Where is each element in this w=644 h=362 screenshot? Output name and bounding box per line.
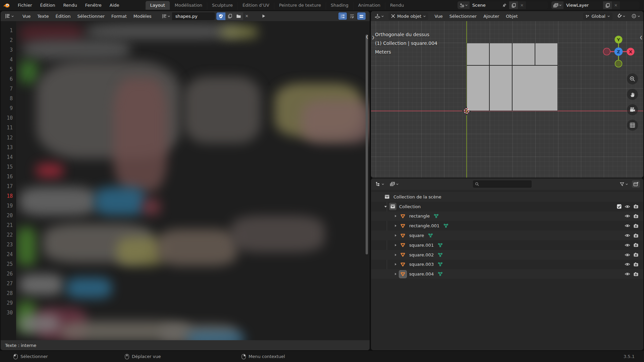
mesh-object-face[interactable] — [512, 43, 535, 65]
text-editor-content[interactable]: 1234567891011121314151617181920212223242… — [1, 21, 370, 340]
camera-view-button[interactable] — [627, 104, 638, 115]
viewport-menu-sélectionner[interactable]: Sélectionner — [446, 12, 480, 20]
pan-tool-button[interactable] — [627, 89, 638, 100]
expand-icon[interactable] — [394, 234, 397, 237]
outliner-item-label[interactable]: rectangle — [409, 214, 430, 219]
outliner-item-label[interactable]: square.004 — [409, 272, 434, 277]
axis-negy-ball[interactable] — [615, 60, 622, 67]
text-open-button[interactable] — [234, 12, 243, 20]
topbar-menu-rendu[interactable]: Rendu — [59, 1, 81, 9]
viewlayer-name-field[interactable]: ViewLayer — [564, 1, 603, 9]
scene-name-field[interactable]: Scene — [470, 1, 509, 9]
blender-logo-icon[interactable] — [3, 2, 10, 8]
zoom-tool-button[interactable] — [627, 73, 638, 84]
text-editor-menu-sélectionner[interactable]: Sélectionner — [74, 12, 108, 20]
outliner-item-label[interactable]: square.001 — [409, 243, 434, 248]
text-editor-menu-format[interactable]: Format — [108, 12, 130, 20]
navigation-gizmo[interactable]: Y X Z — [601, 35, 636, 69]
outliner-row-collection-de-la-sc-ne[interactable]: Collection de la scène — [371, 192, 643, 202]
expand-icon[interactable] — [394, 243, 397, 247]
outliner-row-square.002[interactable]: square.002 — [371, 250, 643, 260]
exclude-checkbox[interactable] — [617, 204, 622, 209]
hide-eye-icon[interactable] — [625, 252, 630, 258]
scene-browse-button[interactable] — [458, 1, 470, 9]
hide-eye-icon[interactable] — [625, 233, 630, 238]
outliner-item-label[interactable]: square.002 — [409, 252, 434, 257]
outliner-row-rectangle[interactable]: rectangle — [371, 212, 643, 221]
editor-type-button[interactable] — [374, 180, 386, 188]
outliner-row-square[interactable]: square — [371, 231, 643, 240]
collapse-icon[interactable] — [384, 205, 387, 208]
scene-unlink-button[interactable]: ✕ — [518, 1, 526, 9]
sidebar-collapse-icon[interactable]: ❮ — [640, 35, 643, 40]
outliner-row-square.004[interactable]: square.004 — [371, 269, 643, 279]
expand-icon[interactable] — [394, 224, 397, 228]
workspace-tab-peinture-de-texture[interactable]: Peinture de texture — [274, 1, 326, 10]
viewlayer-browse-button[interactable] — [551, 1, 564, 9]
expand-icon[interactable] — [394, 214, 397, 218]
topbar-menu-aide[interactable]: Aide — [106, 1, 123, 9]
outliner-item-label[interactable]: square.003 — [409, 262, 434, 267]
proportional-editing-button[interactable] — [630, 13, 642, 19]
mesh-object-face[interactable] — [489, 65, 512, 111]
disable-render-icon[interactable] — [633, 233, 639, 238]
viewport-canvas[interactable]: Orthogonale du dessus (1) Collection | s… — [371, 21, 643, 178]
text-validated-button[interactable] — [216, 12, 225, 20]
viewport-menu-ajouter[interactable]: Ajouter — [480, 12, 502, 20]
hide-eye-icon[interactable] — [625, 242, 630, 248]
run-script-button[interactable] — [259, 13, 268, 19]
new-collection-button[interactable] — [632, 180, 640, 188]
workspace-tab--dition-d-uv[interactable]: Édition d’UV — [237, 1, 274, 10]
region-expand-icon[interactable]: ❯ — [372, 35, 375, 40]
outliner-row-rectangle.001[interactable]: rectangle.001 — [371, 221, 643, 231]
snapping-button[interactable] — [615, 13, 627, 19]
outliner-item-label[interactable]: Collection — [399, 204, 421, 209]
expand-icon[interactable] — [394, 272, 397, 276]
region-collapse-icon[interactable]: ❮ — [366, 35, 369, 39]
topbar-menu-édition[interactable]: Édition — [36, 1, 59, 9]
syntax-highlight-toggle[interactable] — [357, 12, 366, 20]
workspace-tab-sculpture[interactable]: Sculpture — [207, 1, 237, 10]
viewlayer-remove-button[interactable]: ✕ — [612, 1, 620, 9]
text-new-button[interactable] — [225, 12, 234, 20]
outliner-row-square.001[interactable]: square.001 — [371, 240, 643, 250]
toggle-grid-button[interactable] — [627, 120, 638, 131]
mesh-object-face[interactable] — [467, 65, 489, 111]
editor-type-button[interactable] — [3, 13, 16, 19]
word-wrap-toggle[interactable] — [348, 12, 356, 20]
topbar-menu-fichier[interactable]: Fichier — [14, 1, 36, 9]
workspace-tab-shading[interactable]: Shading — [326, 1, 353, 10]
transform-orientation-selector[interactable]: Global — [583, 12, 612, 20]
text-editor-menu-édition[interactable]: Édition — [52, 12, 74, 20]
text-editor-scrollbar[interactable] — [366, 35, 368, 254]
pin-icon[interactable] — [502, 3, 506, 7]
workspace-tab-mod-lisation[interactable]: Modélisation — [170, 1, 207, 10]
disable-render-icon[interactable] — [633, 242, 639, 248]
search-input[interactable] — [481, 182, 525, 186]
scene-new-copy-button[interactable] — [509, 1, 518, 9]
outliner-search[interactable] — [473, 180, 532, 188]
hide-eye-icon[interactable] — [625, 271, 630, 277]
workspace-tab-rendu[interactable]: Rendu — [385, 1, 409, 10]
code-area-blurred[interactable] — [16, 21, 370, 340]
disable-render-icon[interactable] — [633, 214, 639, 219]
expand-icon[interactable] — [394, 253, 397, 257]
disable-render-icon[interactable] — [633, 204, 639, 209]
text-editor-menu-texte[interactable]: Texte — [34, 12, 52, 20]
disable-render-icon[interactable] — [633, 252, 639, 257]
filter-button[interactable] — [618, 181, 630, 188]
hide-eye-icon[interactable] — [625, 213, 630, 219]
editor-type-button[interactable] — [373, 13, 386, 20]
text-editor-menu-modèles[interactable]: Modèles — [130, 12, 155, 20]
outliner-item-label[interactable]: square — [409, 233, 424, 238]
outliner-row-square.003[interactable]: square.003 — [371, 260, 643, 269]
hide-eye-icon[interactable] — [625, 261, 630, 267]
outliner-row-collection[interactable]: Collection — [371, 202, 643, 212]
mesh-object-face[interactable] — [535, 43, 558, 65]
workspace-tab-animation[interactable]: Animation — [353, 1, 385, 10]
viewlayer-new-button[interactable] — [603, 1, 612, 9]
expand-icon[interactable] — [394, 262, 397, 266]
viewport-menu-vue[interactable]: Vue — [431, 12, 446, 20]
text-browse-button[interactable] — [160, 12, 172, 20]
outliner-item-label[interactable]: Collection de la scène — [393, 194, 441, 199]
